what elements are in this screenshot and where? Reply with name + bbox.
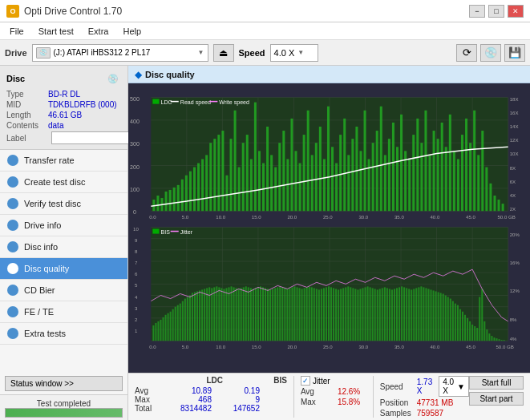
svg-rect-198 xyxy=(328,286,330,341)
sidebar-item-cd-bier[interactable]: CD Bier xyxy=(0,280,127,301)
svg-rect-197 xyxy=(326,287,327,341)
svg-rect-232 xyxy=(411,289,412,341)
start-part-button[interactable]: Start part xyxy=(469,392,524,406)
menu-help[interactable]: Help xyxy=(116,25,148,38)
svg-rect-199 xyxy=(330,287,332,341)
svg-rect-201 xyxy=(335,289,337,341)
svg-rect-257 xyxy=(471,325,473,341)
svg-rect-20 xyxy=(165,192,168,211)
svg-rect-259 xyxy=(476,328,478,341)
start-full-button[interactable]: Start full xyxy=(469,376,524,390)
stats-max-row: Max 468 9 xyxy=(135,395,287,404)
status-window-label: Status window >> xyxy=(10,379,74,388)
svg-rect-240 xyxy=(431,289,432,341)
disc-header: Disc 💿 xyxy=(6,71,121,87)
svg-rect-101 xyxy=(493,196,496,211)
menu-start-test[interactable]: Start test xyxy=(32,25,80,38)
jitter-label: Jitter xyxy=(313,377,330,386)
chart1-x-30: 30.0 xyxy=(358,215,368,220)
svg-rect-45 xyxy=(266,127,269,211)
svg-rect-179 xyxy=(281,287,283,341)
svg-rect-247 xyxy=(447,297,449,341)
svg-rect-166 xyxy=(250,288,252,341)
svg-rect-225 xyxy=(394,289,395,341)
disc-info-icon xyxy=(6,240,19,253)
transfer-rate-icon xyxy=(6,154,19,167)
sidebar-item-verify-test-disc[interactable]: Verify test disc xyxy=(0,193,127,215)
drive-selector[interactable]: 💿 (J:) ATAPI iHBS312 2 PL17 ▼ xyxy=(32,44,208,62)
app-title: Opti Drive Control 1.70 xyxy=(24,6,122,17)
bis-legend-label: BIS xyxy=(160,229,170,236)
stats-position-label: Position xyxy=(380,398,412,407)
sidebar-item-disc-info[interactable]: Disc info xyxy=(0,236,127,258)
status-window-button[interactable]: Status window >> xyxy=(5,376,123,391)
svg-rect-154 xyxy=(220,288,222,341)
stats-speed-dropdown[interactable]: 4.0 X ▼ xyxy=(439,376,469,397)
svg-rect-48 xyxy=(278,143,281,211)
svg-rect-238 xyxy=(425,288,427,341)
chart1-x-45: 45.0 xyxy=(466,215,475,220)
menubar: File Start test Extra Help xyxy=(0,22,530,40)
panel-header-title: Disc quality xyxy=(145,70,195,79)
svg-rect-263 xyxy=(486,329,488,341)
svg-rect-177 xyxy=(277,287,278,341)
svg-rect-102 xyxy=(498,200,500,211)
svg-rect-103 xyxy=(502,204,504,211)
svg-rect-144 xyxy=(196,291,198,341)
svg-rect-182 xyxy=(289,288,290,341)
sidebar-item-label-drive-info: Drive info xyxy=(24,220,61,230)
stats-samples-row: Samples 759587 xyxy=(380,409,469,418)
minimize-button[interactable]: − xyxy=(469,5,485,18)
chart2-yr-20: 20% xyxy=(510,232,520,237)
menu-extra[interactable]: Extra xyxy=(82,25,115,38)
svg-rect-133 xyxy=(170,312,172,341)
disc-mid-value: TDKBLDRFB (000) xyxy=(48,100,117,109)
maximize-button[interactable]: □ xyxy=(488,5,504,18)
chart2-x-10: 10.0 xyxy=(216,345,225,349)
jitter-checkbox-container[interactable]: ✓ Jitter xyxy=(301,376,330,386)
chart1-yr-18x: 18X xyxy=(510,97,519,102)
speed-selector[interactable]: 4.0 X ▼ xyxy=(270,44,318,62)
jitter-checkbox[interactable]: ✓ xyxy=(301,376,310,386)
chart1-x-0: 0.0 xyxy=(149,215,156,220)
svg-rect-46 xyxy=(270,155,273,211)
sidebar-item-transfer-rate[interactable]: Transfer rate xyxy=(0,150,127,172)
svg-rect-49 xyxy=(282,131,285,211)
svg-rect-43 xyxy=(258,151,261,211)
chart2-x-30: 30.0 xyxy=(358,345,368,349)
stats-position-val: 47731 MB xyxy=(417,398,454,407)
svg-rect-63 xyxy=(339,135,342,211)
svg-rect-253 xyxy=(462,312,463,341)
svg-rect-218 xyxy=(377,289,378,341)
sidebar-item-extra-tests[interactable]: Extra tests xyxy=(0,323,127,345)
svg-rect-91 xyxy=(453,151,455,211)
refresh-button[interactable]: ⟳ xyxy=(456,44,477,62)
svg-rect-29 xyxy=(201,159,204,211)
svg-rect-171 xyxy=(262,287,264,341)
svg-rect-228 xyxy=(401,286,403,341)
drive-icon: 💿 xyxy=(36,47,51,59)
svg-rect-127 xyxy=(155,323,156,341)
sidebar-item-disc-quality[interactable]: Disc quality xyxy=(0,258,127,280)
svg-rect-188 xyxy=(304,288,305,341)
content-area: ◆ Disc quality xyxy=(128,66,530,420)
sidebar-item-fe-te[interactable]: FE / TE xyxy=(0,301,127,323)
svg-rect-61 xyxy=(331,147,334,211)
svg-rect-270 xyxy=(504,340,505,341)
disc-button[interactable]: 💿 xyxy=(480,44,501,62)
sidebar-item-create-test-disc[interactable]: Create test disc xyxy=(0,172,127,193)
stats-bar: LDC BIS Avg 10.89 0.19 Max 468 9 Total 8… xyxy=(128,373,530,420)
save-button[interactable]: 💾 xyxy=(504,44,525,62)
close-button[interactable]: ✕ xyxy=(508,5,524,18)
drive-dropdown-arrow: ▼ xyxy=(198,49,204,56)
sidebar-item-label-extra-tests: Extra tests xyxy=(24,329,66,338)
bis-legend-color xyxy=(152,229,159,234)
svg-rect-186 xyxy=(299,288,301,341)
sidebar-item-drive-info[interactable]: Drive info xyxy=(0,215,127,236)
svg-rect-90 xyxy=(449,115,451,211)
svg-rect-85 xyxy=(428,155,431,211)
menu-file[interactable]: File xyxy=(3,25,30,38)
eject-button[interactable]: ⏏ xyxy=(213,44,234,62)
svg-rect-208 xyxy=(352,288,354,341)
stats-max-jitter-label: Max xyxy=(301,398,333,406)
